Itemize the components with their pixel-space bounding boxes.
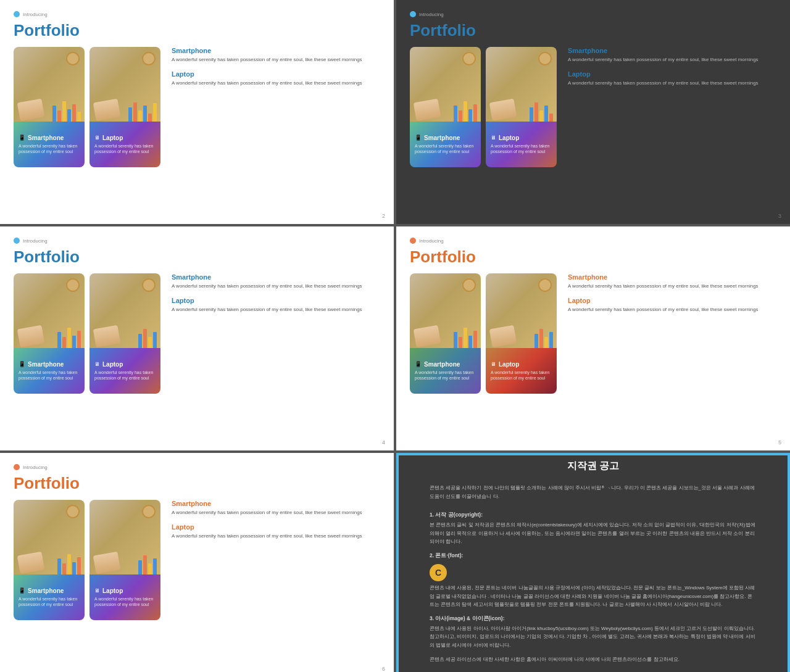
slide3-card2-bg — [89, 273, 160, 352]
s5-bar1 — [57, 558, 61, 576]
bar4 — [67, 109, 71, 123]
slide4-tag-row: Introducing — [410, 238, 776, 244]
slide1-card-laptop: 🖥 Laptop A wonderful serenity has taken … — [89, 47, 160, 167]
d-bar2 — [459, 110, 462, 123]
slide-3: Introducing Portfolio — [0, 226, 394, 450]
s3-bar5 — [77, 331, 81, 349]
slide3-text-title1: Smartphone — [172, 273, 380, 281]
slide2-text-item1: Smartphone A wonderful serenity has take… — [568, 47, 776, 63]
slide1-tag-dot — [14, 11, 20, 17]
s3-bar3 — [67, 328, 71, 349]
slide1-page-num: 2 — [382, 213, 385, 219]
s3-bar4 — [72, 336, 76, 349]
slide2-tag-row: Introducing — [410, 11, 776, 17]
slide2-chart2 — [530, 102, 553, 123]
s4-bar4 — [468, 336, 472, 349]
slide5-card2-desc: A wonderful serenity has taken possessio… — [94, 596, 156, 607]
slide3-card1-label: Smartphone — [28, 361, 64, 368]
slide1-text-item1: Smartphone A wonderful serenity has take… — [172, 47, 380, 63]
slide4-card2-desc: A wonderful serenity has taken possessio… — [491, 370, 552, 381]
slide4-coffee — [462, 278, 476, 292]
copyright-section1-title: 1. 서작 공(copyright): — [430, 512, 757, 519]
slide3-hand — [17, 325, 45, 347]
slide4-card1-bg — [410, 273, 481, 352]
slide4-hand2 — [489, 325, 517, 347]
slide1-hand — [17, 99, 45, 121]
slide5-coffee — [66, 505, 80, 518]
slide4-laptop-icon: 🖥 — [491, 361, 496, 367]
slide5-page-num: 6 — [382, 666, 385, 672]
bar2 — [57, 110, 61, 123]
slide3-card2-label: Laptop — [102, 361, 123, 368]
s3-bar3b — [148, 337, 152, 349]
slide4-text-title1: Smartphone — [568, 273, 776, 281]
slide2-card1-desc: A wonderful serenity has taken possessio… — [415, 143, 476, 154]
slide1-laptop-icon: 🖥 — [94, 135, 100, 141]
slide2-images: 📱 Smartphone A wonderful serenity has ta… — [410, 47, 557, 208]
s5-bar4b — [153, 558, 157, 576]
slide5-card-smartphone: 📱 Smartphone A wonderful serenity has ta… — [14, 500, 85, 620]
slide1-card2-footer: 🖥 Laptop A wonderful serenity has taken … — [89, 122, 160, 167]
slide1-card2-desc: A wonderful serenity has taken possessio… — [94, 143, 156, 154]
slide1-card2-label: Laptop — [102, 135, 123, 141]
s5-bar3 — [67, 554, 71, 576]
slide2-text-desc2: A wonderful serenity has taken possessio… — [568, 80, 776, 86]
slide4-card1-desc: A wonderful serenity has taken possessio… — [415, 370, 476, 381]
slide5-smartphone-icon: 📱 — [19, 587, 25, 594]
slide4-card2-icon-row: 🖥 Laptop — [491, 361, 552, 368]
d-bar4b — [544, 106, 548, 123]
slide4-images: 📱 Smartphone A wonderful serenity has ta… — [410, 273, 557, 434]
slide3-chart — [57, 328, 81, 349]
slide3-card1-bg — [14, 273, 85, 352]
slide1-coffee2 — [142, 52, 156, 65]
slide2-card2-desc: A wonderful serenity has taken possessio… — [491, 143, 552, 154]
bar1 — [52, 106, 56, 123]
s4-bar5 — [473, 331, 477, 349]
s5-bar1b — [138, 560, 142, 576]
slide3-chart2 — [138, 329, 157, 349]
slide4-text-item2: Laptop A wonderful serenity has taken po… — [568, 297, 776, 313]
slide5-card1-icon-row: 📱 Smartphone — [19, 587, 80, 594]
slide3-images: 📱 Smartphone A wonderful serenity has ta… — [14, 273, 160, 434]
slide4-text-item1: Smartphone A wonderful serenity has take… — [568, 273, 776, 289]
slide3-coffee — [66, 278, 80, 292]
slide2-chart — [454, 101, 477, 123]
slide5-card-laptop: 🖥 Laptop A wonderful serenity has taken … — [89, 500, 160, 620]
slide5-chart2 — [138, 555, 157, 576]
copyright-section-4: 콘텐츠 세공 라이선스에 대한 사세한 사항은 홈에시아 이씨이터에 나의 서에… — [430, 655, 757, 664]
slide3-page-num: 4 — [382, 439, 385, 446]
copyright-section3-text: 콘텐츠 내에 사용된 아이사, 아이사람 아이거(link khucboy5(u… — [430, 624, 757, 650]
copyright-section1-text: 본 콘텐츠의 글씨 및 저작권은 콘텐츠의 제작사(e(contentstake… — [430, 521, 757, 546]
slide2-coffee2 — [538, 52, 552, 65]
bar4b — [143, 106, 147, 123]
slide3-tag-text: Introducing — [23, 238, 48, 244]
slide2-tag-text: Introducing — [419, 12, 444, 17]
slide3-text-col: Smartphone A wonderful serenity has take… — [167, 273, 380, 434]
slide4-chart — [454, 328, 477, 349]
slide3-card-smartphone: 📱 Smartphone A wonderful serenity has ta… — [14, 273, 85, 394]
d-bar3 — [464, 101, 467, 123]
slide4-coffee2 — [538, 278, 552, 292]
slide3-text-item1: Smartphone A wonderful serenity has take… — [172, 273, 380, 289]
slide2-laptop-icon: 🖥 — [491, 135, 496, 141]
slide3-card1-icon-row: 📱 Smartphone — [19, 361, 80, 368]
slide5-card2-label: Laptop — [102, 587, 123, 594]
slide-2: Introducing Portfolio — [396, 0, 790, 224]
slide2-title: Portfolio — [410, 22, 776, 38]
slide1-tag-text: Introducing — [23, 12, 48, 17]
slide-copyright: 지작권 공고 콘텐츠 세공을 시작하기 전에 나만의 템플릿 소개하는 사례에 … — [396, 453, 790, 672]
bar1b — [128, 107, 132, 123]
slide1-text-title2: Laptop — [172, 70, 380, 78]
copyright-section-3: 3. 아사(image) & 아이콘(icon): 콘텐츠 내에 사용된 아이사… — [430, 615, 757, 650]
copyright-intro: 콘텐츠 세공을 시작하기 전에 나만의 템플릿 소개하는 사례에 많이 주시서 … — [430, 484, 757, 500]
slide4-card1-icon-row: 📱 Smartphone — [415, 361, 476, 368]
slide4-card-smartphone: 📱 Smartphone A wonderful serenity has ta… — [410, 273, 481, 394]
slide1-smartphone-icon: 📱 — [19, 135, 25, 141]
slide4-tag-text: Introducing — [419, 238, 444, 244]
slide4-text-desc2: A wonderful serenity has taken possessio… — [568, 306, 776, 313]
slide3-content: 📱 Smartphone A wonderful serenity has ta… — [14, 273, 380, 434]
copyright-logo-c: C — [430, 564, 447, 581]
slide2-text-title1: Smartphone — [568, 47, 776, 54]
slide5-title: Portfolio — [14, 475, 380, 491]
slide2-card2-bg — [486, 47, 557, 125]
